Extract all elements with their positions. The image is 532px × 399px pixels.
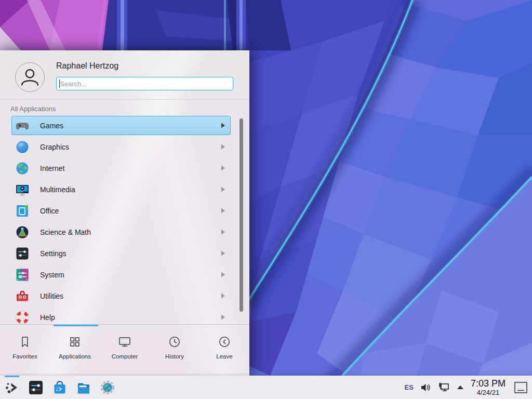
system-sliders-icon [16, 268, 29, 282]
menu-item-label: Office [40, 207, 59, 215]
menu-item-label: Graphics [40, 143, 69, 151]
tab-history[interactable]: History [150, 326, 200, 376]
menu-item-label: Utilities [40, 292, 63, 300]
tab-label: Leave [216, 353, 232, 360]
menu-item-office[interactable]: Office [11, 201, 231, 220]
taskbar: ES 7:03 PM 4/24/21 [0, 376, 532, 399]
submenu-arrow-icon [221, 272, 225, 277]
volume-icon[interactable] [420, 382, 431, 393]
keyboard-layout-indicator[interactable]: ES [405, 383, 414, 391]
menu-item-science-math[interactable]: Science & Math [11, 222, 231, 242]
graphics-sphere-icon [16, 140, 29, 154]
digital-clock[interactable]: 7:03 PM 4/24/21 [471, 379, 506, 396]
settings-sliders-icon [16, 247, 29, 260]
footer-divider [0, 324, 249, 325]
menu-item-utilities[interactable]: Utilities [11, 286, 231, 305]
tab-leave[interactable]: Leave [200, 326, 249, 376]
tab-label: Applications [59, 353, 91, 360]
menu-item-label: System [40, 271, 64, 279]
desktop: Raphael Hertzog All Applications Games [0, 0, 532, 399]
history-clock-icon [168, 335, 181, 349]
application-launcher-panel: Raphael Hertzog All Applications Games [0, 50, 249, 376]
leave-icon [218, 335, 231, 349]
taskbar-launchers [0, 380, 115, 395]
menu-item-games[interactable]: Games [11, 116, 231, 135]
help-lifebuoy-icon [16, 311, 29, 324]
clock-date: 4/24/21 [477, 389, 499, 396]
app-grid-icon [68, 335, 82, 349]
network-icon[interactable] [438, 382, 450, 393]
user-avatar[interactable] [15, 62, 45, 92]
tab-label: Computer [112, 353, 138, 360]
submenu-arrow-icon [221, 314, 225, 320]
tab-label: Favorites [12, 353, 37, 360]
category-list: Games Graphics Internet [0, 116, 249, 324]
menu-item-multimedia[interactable]: Multimedia [11, 180, 231, 199]
computer-icon [118, 335, 131, 349]
folder-icon [76, 380, 91, 395]
submenu-arrow-icon [221, 123, 225, 128]
file-manager-button[interactable] [76, 380, 91, 395]
menu-item-label: Games [40, 122, 63, 130]
launcher-header: Raphael Hertzog [0, 51, 249, 100]
submenu-arrow-icon [221, 165, 225, 171]
science-flask-icon [16, 225, 29, 239]
submenu-arrow-icon [221, 144, 225, 150]
menu-item-label: Science & Math [40, 228, 91, 236]
multimedia-monitor-icon [16, 183, 29, 196]
submenu-arrow-icon [221, 229, 225, 235]
menu-item-help[interactable]: Help [11, 308, 231, 324]
show-desktop-button[interactable] [514, 381, 528, 394]
menu-item-label: Help [40, 313, 55, 322]
menu-item-label: Internet [40, 164, 64, 172]
tab-label: History [165, 353, 184, 360]
gamepad-icon [16, 119, 29, 132]
user-name: Raphael Hertzog [56, 61, 118, 71]
menu-item-label: Settings [40, 249, 66, 258]
discover-button[interactable] [52, 380, 68, 395]
utilities-toolbox-icon [16, 289, 29, 303]
application-launcher-button[interactable] [4, 380, 20, 395]
menu-item-internet[interactable]: Internet [11, 158, 231, 178]
submenu-arrow-icon [221, 187, 225, 192]
menu-item-settings[interactable]: Settings [11, 244, 231, 263]
expand-tray-arrow-icon[interactable] [457, 385, 464, 390]
system-tray: ES 7:03 PM 4/24/21 [405, 379, 532, 396]
app-launcher-icon [4, 380, 20, 395]
office-document-icon [16, 204, 29, 218]
launcher-footer-tabs: Favorites Applications C [0, 326, 249, 376]
menu-item-label: Multimedia [40, 185, 75, 194]
menu-item-system[interactable]: System [11, 265, 231, 284]
text-cursor [59, 79, 60, 88]
submenu-arrow-icon [221, 293, 225, 299]
search-input[interactable] [56, 77, 233, 90]
section-label: All Applications [10, 105, 56, 113]
tab-applications[interactable]: Applications [50, 326, 100, 376]
list-scrollbar[interactable] [240, 118, 243, 312]
discover-bag-icon [52, 380, 68, 395]
system-settings-button[interactable] [28, 380, 44, 395]
clock-time: 7:03 PM [471, 379, 506, 389]
submenu-arrow-icon [221, 250, 225, 256]
globe-gear-icon [100, 380, 115, 395]
web-browser-button[interactable] [100, 380, 115, 395]
menu-item-graphics[interactable]: Graphics [11, 137, 231, 156]
globe-icon [16, 162, 29, 175]
bookmark-icon [18, 335, 32, 349]
submenu-arrow-icon [221, 208, 225, 214]
system-settings-icon [28, 380, 44, 395]
tab-favorites[interactable]: Favorites [0, 326, 50, 376]
tab-computer[interactable]: Computer [100, 326, 150, 376]
